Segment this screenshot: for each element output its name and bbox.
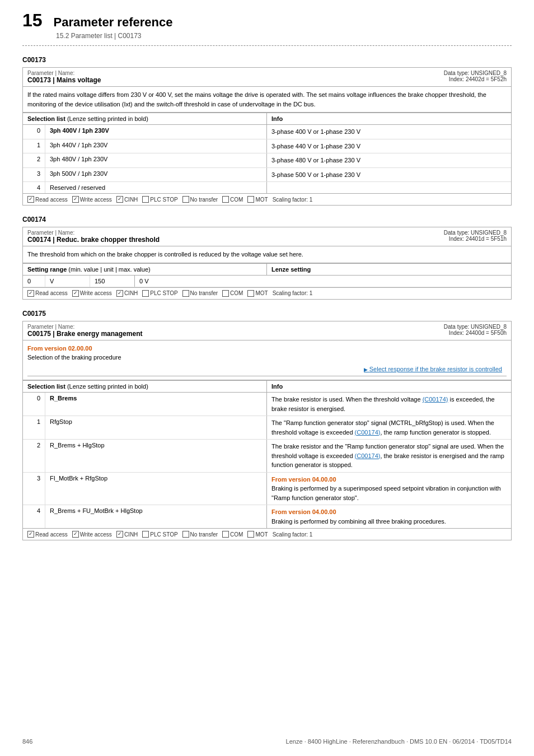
footer-checkbox-item: MOT	[247, 196, 268, 203]
footer-checkbox-item: Read access	[27, 290, 68, 297]
col-left-header-c00175: Selection list (Lenze setting printed in…	[23, 381, 267, 392]
table-row: 3FI_MotBrk + RfgStopFrom version 04.00.0…	[23, 473, 511, 506]
cell-index: 3	[23, 168, 45, 182]
param-box-c00175: Parameter | Name: C00175 | Brake energy …	[22, 321, 512, 541]
checkbox-unchecked	[247, 196, 254, 203]
param-name-c00174: C00174 | Reduc. brake chopper threshold	[27, 236, 160, 244]
link-ref-c00175[interactable]: Select response if the brake resistor is…	[364, 366, 502, 372]
setting-range-right-c00174: Lenze setting	[267, 264, 511, 275]
cell-info: From version 04.00.00Braking is performe…	[267, 473, 511, 505]
sr-unit-c00174: V	[45, 276, 90, 287]
checkbox-unchecked	[222, 531, 229, 538]
footer-label: CINH	[124, 290, 138, 296]
footer-checkbox-item: No transfer	[182, 196, 218, 203]
cell-info: From version 04.00.00Braking is performe…	[267, 505, 511, 528]
footer-label: CINH	[124, 197, 138, 203]
sub-heading: 15.2 Parameter list | C00173	[56, 32, 512, 40]
footer-checkbox-item: Read access	[27, 531, 68, 538]
param-label-c00174: Parameter | Name:	[27, 230, 160, 236]
footer-checkbox-item: No transfer	[182, 531, 218, 538]
cell-name: R_Brems + HlgStop	[45, 440, 267, 472]
cell-info: The brake resistor and the "Ramp functio…	[267, 440, 511, 472]
footer-label: PLC STOP	[150, 290, 177, 296]
footer-label: CINH	[124, 531, 138, 538]
col-right-header-c00173: Info	[267, 113, 511, 124]
footer-checkbox-item: COM	[222, 531, 243, 538]
footer-checkbox-item: COM	[222, 196, 243, 203]
checkbox-unchecked	[182, 290, 189, 297]
col-left-header-c00173: Selection list (Lenze setting printed in…	[23, 113, 267, 124]
table-row: 33ph 500V / 1ph 230V3-phase 500 V or 1-p…	[23, 168, 511, 183]
checkbox-checked	[27, 531, 34, 538]
footer-label: Write access	[80, 290, 112, 296]
version-badge: From version 04.00.00	[271, 476, 336, 483]
param-desc-c00175: From version 02.00.00 Selection of the b…	[23, 340, 511, 381]
version-badge: From version 04.00.00	[271, 508, 336, 515]
footer-c00174: Read access Write access CINH PLC STOP N…	[23, 287, 511, 299]
param-label-c00175: Parameter | Name:	[27, 324, 142, 330]
checkbox-unchecked	[182, 531, 189, 538]
checkbox-unchecked	[247, 531, 254, 538]
param-name-c00175: C00175 | Brake energy management	[27, 330, 142, 338]
checkbox-checked	[116, 290, 123, 297]
inline-link[interactable]: (C00174)	[355, 452, 381, 459]
brand-info: Lenze · 8400 HighLine · Referenzhandbuch…	[286, 738, 512, 745]
checkbox-checked	[72, 196, 79, 203]
inline-link[interactable]: (C00174)	[355, 429, 381, 436]
data-type-c00174: Data type: UNSIGNED_8	[444, 230, 507, 236]
setting-range-row-c00174: 0 V 150 0 V	[23, 276, 511, 287]
cell-name: RfgStop	[45, 416, 267, 439]
cell-info: 3-phase 480 V or 1-phase 230 V	[267, 153, 511, 167]
footer-label: PLC STOP	[150, 531, 177, 538]
cell-name: 3ph 500V / 1ph 230V	[45, 168, 267, 182]
table-row: 03ph 400V / 1ph 230V3-phase 400 V or 1-p…	[23, 125, 511, 139]
footer-checkbox-item: PLC STOP	[142, 531, 177, 538]
param-header-c00174: Parameter | Name: C00174 | Reduc. brake …	[23, 227, 511, 246]
checkbox-unchecked	[222, 290, 229, 297]
cell-info: The "Ramp function generator stop" signa…	[267, 416, 511, 439]
cell-name: 3ph 440V / 1ph 230V	[45, 139, 267, 153]
param-meta-c00175: Data type: UNSIGNED_8 Index: 24400d = 5F…	[444, 324, 507, 336]
table-header-c00175: Selection list (Lenze setting printed in…	[23, 381, 511, 393]
cell-index: 1	[23, 139, 45, 153]
table-row: 2R_Brems + HlgStopThe brake resistor and…	[23, 440, 511, 473]
footer-label: Write access	[80, 197, 112, 203]
footer-label: COM	[230, 531, 243, 538]
page-footer: 846 Lenze · 8400 HighLine · Referenzhand…	[0, 738, 534, 745]
footer-checkbox-item: PLC STOP	[142, 196, 177, 203]
cell-info: 3-phase 500 V or 1-phase 230 V	[267, 168, 511, 182]
footer-label: PLC STOP	[150, 197, 177, 203]
col-right-header-c00175: Info	[267, 381, 511, 392]
footer-checkbox-item: Read access	[27, 196, 68, 203]
table-row: 23ph 480V / 1ph 230V3-phase 480 V or 1-p…	[23, 153, 511, 168]
param-desc-c00174: The threshold from which on the brake ch…	[23, 246, 511, 263]
data-type-c00175: Data type: UNSIGNED_8	[444, 324, 507, 330]
section-c00174-anchor: C00174	[22, 216, 512, 223]
data-type-c00173: Data type: UNSIGNED_8	[444, 70, 507, 76]
version-line-c00175: From version 02.00.00	[27, 344, 507, 353]
inline-link[interactable]: (C00174)	[423, 396, 448, 403]
cell-index: 0	[23, 393, 45, 416]
param-meta-c00174: Data type: UNSIGNED_8 Index: 24401d = 5F…	[444, 230, 507, 242]
table-header-c00173: Selection list (Lenze setting printed in…	[23, 113, 511, 125]
sr-min-c00174: 0	[23, 276, 45, 287]
cell-info	[267, 182, 511, 193]
footer-label: Read access	[35, 290, 68, 296]
cell-index: 1	[23, 416, 45, 439]
cell-name: 3ph 400V / 1ph 230V	[45, 125, 267, 139]
footer-c00175: Read access Write access CINH PLC STOP N…	[23, 528, 511, 540]
footer-checkbox-item: CINH	[116, 531, 138, 538]
footer-checkbox-item: Write access	[72, 531, 112, 538]
param-box-c00174: Parameter | Name: C00174 | Reduc. brake …	[22, 227, 512, 300]
divider	[22, 45, 512, 46]
link-row-c00175: Select response if the brake resistor is…	[27, 362, 507, 377]
setting-range-left-c00174: Setting range (min. value | unit | max. …	[23, 264, 267, 275]
chapter-number: 15	[22, 11, 43, 29]
table-row: 4Reserved / reserved	[23, 182, 511, 193]
sr-max-c00174: 150	[90, 276, 135, 287]
cell-name: FI_MotBrk + RfgStop	[45, 473, 267, 505]
section-c00175-anchor: C00175	[22, 310, 512, 318]
table-c00174: Setting range (min. value | unit | max. …	[23, 263, 511, 287]
footer-label: MOT	[255, 290, 268, 296]
cell-info: 3-phase 440 V or 1-phase 230 V	[267, 139, 511, 153]
